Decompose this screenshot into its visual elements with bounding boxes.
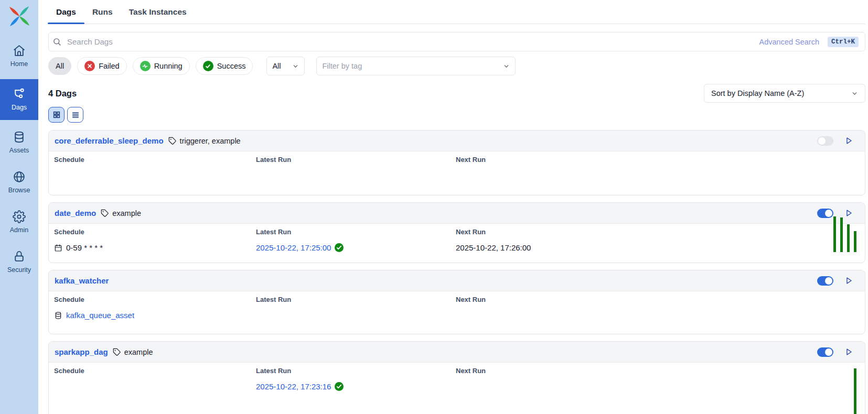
chevron-down-icon	[851, 90, 858, 97]
dag-card-body: Schedule Latest Run Next Run 2025-10-22,…	[49, 363, 865, 391]
search-icon	[52, 37, 61, 46]
dag-pause-toggle[interactable]	[817, 276, 833, 286]
schedule-column-label: Schedule	[54, 367, 256, 375]
filter-failed-button[interactable]: Failed	[77, 57, 127, 75]
dag-name-link[interactable]: sparkapp_dag	[55, 347, 108, 356]
running-state-icon	[140, 61, 151, 71]
dag-pause-toggle[interactable]	[817, 347, 833, 357]
calendar-icon	[54, 244, 62, 252]
tab-dags[interactable]: Dags	[56, 7, 76, 24]
state-select[interactable]: All	[266, 57, 305, 75]
play-icon	[844, 347, 853, 356]
trigger-dag-button[interactable]	[844, 136, 853, 145]
dag-card-kafka-watcher: kafka_watcher Schedule Latest Run Next R…	[48, 270, 865, 334]
sidebar-item-security[interactable]: Security	[0, 245, 38, 279]
tag-icon	[168, 137, 177, 145]
sidebar: Home Dags Assets Browse Admin Security	[0, 0, 38, 414]
admin-icon	[13, 210, 26, 223]
grid-icon	[52, 111, 61, 119]
list-icon	[71, 111, 80, 119]
search-input[interactable]	[66, 37, 759, 47]
asset-database-icon	[54, 311, 62, 320]
sidebar-item-label: Security	[7, 266, 31, 274]
card-view-button[interactable]	[48, 107, 65, 123]
latest-run-column-label: Latest Run	[256, 228, 456, 236]
keyboard-shortcut-badge: Ctrl+K	[828, 37, 859, 47]
tag-filter-select[interactable]: Filter by tag	[316, 57, 516, 75]
security-icon	[13, 250, 26, 263]
browse-icon	[13, 170, 26, 183]
tag-icon	[101, 209, 109, 217]
dag-card-body: Schedule Latest Run Next Run kafka_queue…	[49, 291, 865, 320]
search-bar: Advanced Search Ctrl+K	[48, 32, 865, 51]
dag-card-header: sparkapp_dag example	[49, 342, 865, 363]
table-view-button[interactable]	[67, 107, 83, 123]
next-run-value: 2025-10-22, 17:26:00	[456, 243, 859, 252]
dag-tags: example	[113, 348, 153, 356]
chevron-down-icon	[292, 63, 299, 70]
trigger-dag-button[interactable]	[844, 276, 853, 285]
dag-name-link[interactable]: core_deferrable_sleep_demo	[55, 136, 164, 145]
latest-run-value: 2025-10-22, 17:25:00	[256, 243, 456, 252]
success-check-icon	[335, 243, 344, 252]
latest-run-value: 2025-10-22, 17:23:16	[256, 382, 456, 391]
chevron-down-icon	[503, 63, 510, 70]
next-run-column-label: Next Run	[456, 228, 859, 236]
latest-run-link[interactable]: 2025-10-22, 17:23:16	[256, 382, 331, 391]
filter-all-button[interactable]: All	[48, 57, 71, 75]
dag-card-body: Schedule Latest Run Next Run	[49, 151, 865, 164]
sidebar-item-label: Admin	[10, 226, 28, 234]
tag-icon	[113, 348, 121, 356]
schedule-asset-link[interactable]: kafka_queue_asset	[66, 311, 134, 320]
dag-card-body: Schedule Latest Run Next Run 0-59 * * * …	[49, 224, 865, 252]
state-filter-row: All Failed Running Success All Filter by…	[48, 57, 865, 75]
dag-pause-toggle[interactable]	[817, 209, 833, 218]
schedule-value: 0-59 * * * *	[54, 243, 256, 252]
sidebar-item-label: Assets	[9, 147, 29, 154]
tab-bar: Dags Runs Task Instances	[48, 0, 865, 24]
home-icon	[13, 44, 26, 57]
recent-runs-bar-chart[interactable]	[833, 216, 856, 252]
recent-runs-bar-chart[interactable]	[854, 368, 856, 414]
sidebar-item-assets[interactable]: Assets	[0, 125, 38, 160]
dag-card-header: kafka_watcher	[49, 270, 865, 291]
assets-icon	[13, 130, 26, 144]
latest-run-column-label: Latest Run	[256, 296, 456, 303]
main-content: Dags Runs Task Instances Advanced Search…	[38, 0, 868, 414]
sidebar-item-admin[interactable]: Admin	[0, 205, 38, 239]
sidebar-item-label: Home	[10, 60, 28, 68]
latest-run-column-label: Latest Run	[256, 156, 456, 164]
dag-name-link[interactable]: date_demo	[55, 209, 96, 217]
dag-count: 4 Dags	[48, 89, 77, 99]
filter-running-button[interactable]: Running	[133, 57, 190, 75]
failed-state-icon	[84, 61, 95, 71]
dag-card-sparkapp-dag: sparkapp_dag example Schedule Latest Run…	[48, 341, 865, 414]
schedule-column-label: Schedule	[54, 156, 256, 164]
advanced-search-link[interactable]: Advanced Search	[759, 38, 819, 46]
dag-tags: example	[101, 209, 141, 217]
dag-tags: triggerer, example	[168, 137, 241, 145]
sidebar-item-label: Browse	[8, 187, 30, 194]
dag-pause-toggle[interactable]	[817, 136, 833, 146]
dag-card-date-demo: date_demo example Schedule Latest Run Ne…	[48, 202, 865, 263]
schedule-column-label: Schedule	[54, 296, 256, 303]
next-run-column-label: Next Run	[456, 367, 859, 375]
sidebar-item-home[interactable]: Home	[0, 39, 38, 73]
sort-select[interactable]: Sort by Display Name (A-Z)	[704, 84, 865, 103]
sidebar-item-dags[interactable]: Dags	[0, 79, 38, 120]
schedule-column-label: Schedule	[54, 228, 256, 236]
tab-runs[interactable]: Runs	[92, 7, 113, 24]
latest-run-column-label: Latest Run	[256, 367, 456, 375]
latest-run-link[interactable]: 2025-10-22, 17:25:00	[256, 243, 331, 252]
success-check-icon	[335, 382, 344, 391]
next-run-column-label: Next Run	[456, 156, 859, 164]
dag-name-link[interactable]: kafka_watcher	[55, 276, 109, 285]
sidebar-item-browse[interactable]: Browse	[0, 165, 38, 200]
trigger-dag-button[interactable]	[844, 347, 853, 356]
summary-row: 4 Dags Sort by Display Name (A-Z)	[48, 84, 865, 103]
next-run-column-label: Next Run	[456, 296, 859, 303]
filter-success-button[interactable]: Success	[196, 57, 253, 75]
tab-task-instances[interactable]: Task Instances	[129, 7, 187, 24]
success-state-icon	[203, 61, 213, 71]
view-toggle-group	[48, 107, 865, 123]
